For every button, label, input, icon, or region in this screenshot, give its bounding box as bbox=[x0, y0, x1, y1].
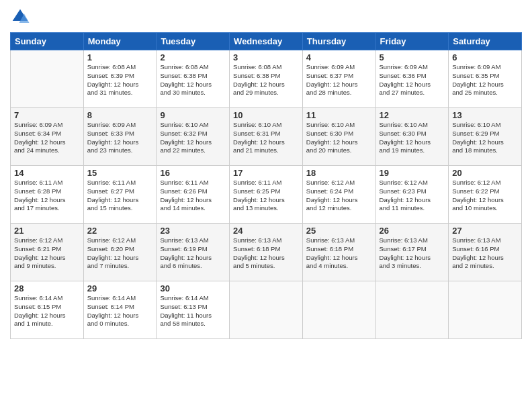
calendar-cell bbox=[11, 50, 84, 108]
day-of-week-row: SundayMondayTuesdayWednesdayThursdayFrid… bbox=[11, 33, 522, 50]
day-info: Sunrise: 6:10 AM Sunset: 6:30 PM Dayligh… bbox=[306, 121, 372, 155]
day-info: Sunrise: 6:08 AM Sunset: 6:38 PM Dayligh… bbox=[160, 63, 226, 97]
calendar-cell: 23Sunrise: 6:13 AM Sunset: 6:19 PM Dayli… bbox=[157, 224, 230, 281]
day-number: 30 bbox=[160, 283, 226, 293]
day-info: Sunrise: 6:12 AM Sunset: 6:20 PM Dayligh… bbox=[87, 236, 153, 271]
day-number: 14 bbox=[14, 168, 80, 178]
day-info: Sunrise: 6:11 AM Sunset: 6:27 PM Dayligh… bbox=[87, 179, 153, 213]
calendar-cell bbox=[230, 281, 303, 339]
day-number: 7 bbox=[14, 110, 80, 120]
dow-header-sunday: Sunday bbox=[11, 33, 84, 50]
day-number: 28 bbox=[14, 283, 80, 293]
day-number: 10 bbox=[233, 110, 299, 120]
calendar-cell: 21Sunrise: 6:12 AM Sunset: 6:21 PM Dayli… bbox=[11, 224, 84, 281]
calendar-cell bbox=[302, 281, 375, 339]
day-info: Sunrise: 6:08 AM Sunset: 6:38 PM Dayligh… bbox=[233, 63, 299, 97]
day-number: 15 bbox=[87, 168, 153, 178]
day-info: Sunrise: 6:10 AM Sunset: 6:30 PM Dayligh… bbox=[380, 121, 445, 155]
day-info: Sunrise: 6:13 AM Sunset: 6:19 PM Dayligh… bbox=[160, 236, 226, 271]
day-info: Sunrise: 6:13 AM Sunset: 6:17 PM Dayligh… bbox=[380, 236, 445, 271]
day-info: Sunrise: 6:12 AM Sunset: 6:23 PM Dayligh… bbox=[380, 179, 445, 213]
calendar-week-0: 1Sunrise: 6:08 AM Sunset: 6:39 PM Daylig… bbox=[11, 50, 522, 108]
day-number: 2 bbox=[160, 52, 226, 62]
day-info: Sunrise: 6:09 AM Sunset: 6:34 PM Dayligh… bbox=[14, 121, 80, 155]
dow-header-wednesday: Wednesday bbox=[230, 33, 303, 50]
calendar-week-3: 21Sunrise: 6:12 AM Sunset: 6:21 PM Dayli… bbox=[11, 224, 522, 281]
calendar-cell: 28Sunrise: 6:14 AM Sunset: 6:15 PM Dayli… bbox=[11, 281, 84, 339]
day-info: Sunrise: 6:12 AM Sunset: 6:22 PM Dayligh… bbox=[452, 179, 518, 213]
day-info: Sunrise: 6:08 AM Sunset: 6:39 PM Dayligh… bbox=[87, 63, 153, 97]
calendar-cell: 2Sunrise: 6:08 AM Sunset: 6:38 PM Daylig… bbox=[157, 50, 230, 108]
dow-header-monday: Monday bbox=[83, 33, 157, 50]
day-info: Sunrise: 6:12 AM Sunset: 6:24 PM Dayligh… bbox=[306, 179, 372, 213]
day-number: 24 bbox=[233, 226, 299, 236]
day-number: 23 bbox=[160, 226, 226, 236]
calendar-cell: 16Sunrise: 6:11 AM Sunset: 6:26 PM Dayli… bbox=[157, 166, 230, 224]
calendar-cell: 4Sunrise: 6:09 AM Sunset: 6:37 PM Daylig… bbox=[302, 50, 375, 108]
day-number: 9 bbox=[160, 110, 226, 120]
day-number: 27 bbox=[452, 226, 518, 236]
day-info: Sunrise: 6:11 AM Sunset: 6:25 PM Dayligh… bbox=[233, 179, 299, 213]
calendar-cell: 13Sunrise: 6:10 AM Sunset: 6:29 PM Dayli… bbox=[449, 108, 522, 166]
calendar-cell: 18Sunrise: 6:12 AM Sunset: 6:24 PM Dayli… bbox=[302, 166, 375, 224]
calendar: SundayMondayTuesdayWednesdayThursdayFrid… bbox=[10, 32, 522, 339]
day-number: 8 bbox=[87, 110, 153, 120]
day-number: 29 bbox=[87, 283, 153, 293]
logo-icon bbox=[10, 7, 30, 27]
day-number: 20 bbox=[452, 168, 518, 178]
calendar-cell: 1Sunrise: 6:08 AM Sunset: 6:39 PM Daylig… bbox=[83, 50, 157, 108]
calendar-cell: 14Sunrise: 6:11 AM Sunset: 6:28 PM Dayli… bbox=[11, 166, 84, 224]
day-number: 12 bbox=[380, 110, 445, 120]
day-number: 17 bbox=[233, 168, 299, 178]
day-number: 11 bbox=[306, 110, 372, 120]
day-info: Sunrise: 6:10 AM Sunset: 6:31 PM Dayligh… bbox=[233, 121, 299, 155]
calendar-cell: 10Sunrise: 6:10 AM Sunset: 6:31 PM Dayli… bbox=[230, 108, 303, 166]
day-number: 25 bbox=[306, 226, 372, 236]
calendar-cell: 3Sunrise: 6:08 AM Sunset: 6:38 PM Daylig… bbox=[230, 50, 303, 108]
day-number: 21 bbox=[14, 226, 80, 236]
calendar-cell bbox=[449, 281, 522, 339]
calendar-cell: 5Sunrise: 6:09 AM Sunset: 6:36 PM Daylig… bbox=[375, 50, 449, 108]
day-info: Sunrise: 6:14 AM Sunset: 6:15 PM Dayligh… bbox=[14, 294, 80, 328]
day-info: Sunrise: 6:11 AM Sunset: 6:28 PM Dayligh… bbox=[14, 179, 80, 213]
calendar-week-2: 14Sunrise: 6:11 AM Sunset: 6:28 PM Dayli… bbox=[11, 166, 522, 224]
calendar-week-4: 28Sunrise: 6:14 AM Sunset: 6:15 PM Dayli… bbox=[11, 281, 522, 339]
day-number: 26 bbox=[380, 226, 445, 236]
calendar-cell: 6Sunrise: 6:09 AM Sunset: 6:35 PM Daylig… bbox=[449, 50, 522, 108]
day-info: Sunrise: 6:13 AM Sunset: 6:18 PM Dayligh… bbox=[233, 236, 299, 271]
calendar-week-1: 7Sunrise: 6:09 AM Sunset: 6:34 PM Daylig… bbox=[11, 108, 522, 166]
dow-header-tuesday: Tuesday bbox=[157, 33, 230, 50]
day-number: 6 bbox=[452, 52, 518, 62]
calendar-cell: 27Sunrise: 6:13 AM Sunset: 6:16 PM Dayli… bbox=[449, 224, 522, 281]
day-number: 16 bbox=[160, 168, 226, 178]
day-info: Sunrise: 6:09 AM Sunset: 6:36 PM Dayligh… bbox=[380, 63, 445, 97]
dow-header-thursday: Thursday bbox=[302, 33, 375, 50]
calendar-cell: 24Sunrise: 6:13 AM Sunset: 6:18 PM Dayli… bbox=[230, 224, 303, 281]
page: SundayMondayTuesdayWednesdayThursdayFrid… bbox=[0, 0, 532, 411]
calendar-cell: 20Sunrise: 6:12 AM Sunset: 6:22 PM Dayli… bbox=[449, 166, 522, 224]
calendar-cell: 8Sunrise: 6:09 AM Sunset: 6:33 PM Daylig… bbox=[83, 108, 157, 166]
day-info: Sunrise: 6:14 AM Sunset: 6:14 PM Dayligh… bbox=[87, 294, 153, 328]
day-info: Sunrise: 6:13 AM Sunset: 6:16 PM Dayligh… bbox=[452, 236, 518, 271]
header bbox=[10, 7, 522, 27]
day-number: 1 bbox=[87, 52, 153, 62]
day-info: Sunrise: 6:09 AM Sunset: 6:35 PM Dayligh… bbox=[452, 63, 518, 97]
calendar-cell: 30Sunrise: 6:14 AM Sunset: 6:13 PM Dayli… bbox=[157, 281, 230, 339]
logo bbox=[10, 7, 33, 27]
calendar-cell: 29Sunrise: 6:14 AM Sunset: 6:14 PM Dayli… bbox=[83, 281, 157, 339]
calendar-cell: 17Sunrise: 6:11 AM Sunset: 6:25 PM Dayli… bbox=[230, 166, 303, 224]
calendar-cell: 26Sunrise: 6:13 AM Sunset: 6:17 PM Dayli… bbox=[375, 224, 449, 281]
day-info: Sunrise: 6:13 AM Sunset: 6:18 PM Dayligh… bbox=[306, 236, 372, 271]
day-info: Sunrise: 6:14 AM Sunset: 6:13 PM Dayligh… bbox=[160, 294, 226, 328]
dow-header-saturday: Saturday bbox=[449, 33, 522, 50]
calendar-cell: 11Sunrise: 6:10 AM Sunset: 6:30 PM Dayli… bbox=[302, 108, 375, 166]
calendar-cell: 22Sunrise: 6:12 AM Sunset: 6:20 PM Dayli… bbox=[83, 224, 157, 281]
calendar-cell: 15Sunrise: 6:11 AM Sunset: 6:27 PM Dayli… bbox=[83, 166, 157, 224]
calendar-cell: 19Sunrise: 6:12 AM Sunset: 6:23 PM Dayli… bbox=[375, 166, 449, 224]
day-info: Sunrise: 6:12 AM Sunset: 6:21 PM Dayligh… bbox=[14, 236, 80, 271]
calendar-cell: 9Sunrise: 6:10 AM Sunset: 6:32 PM Daylig… bbox=[157, 108, 230, 166]
calendar-cell: 7Sunrise: 6:09 AM Sunset: 6:34 PM Daylig… bbox=[11, 108, 84, 166]
day-info: Sunrise: 6:09 AM Sunset: 6:37 PM Dayligh… bbox=[306, 63, 372, 97]
dow-header-friday: Friday bbox=[375, 33, 449, 50]
day-info: Sunrise: 6:11 AM Sunset: 6:26 PM Dayligh… bbox=[160, 179, 226, 213]
